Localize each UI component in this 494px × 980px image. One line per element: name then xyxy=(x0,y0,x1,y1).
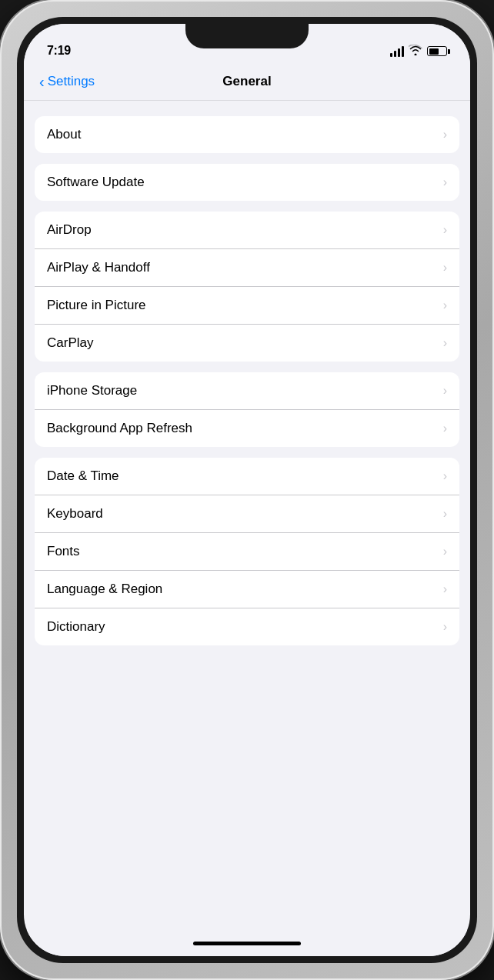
nav-bar: ‹ Settings General xyxy=(24,62,470,101)
date-time-label: Date & Time xyxy=(47,468,119,484)
date-time-item[interactable]: Date & Time › xyxy=(35,458,459,495)
status-time: 7:19 xyxy=(47,44,71,58)
phone-inner: 7:19 xyxy=(17,17,477,963)
background-app-refresh-item[interactable]: Background App Refresh › xyxy=(35,410,459,447)
about-label: About xyxy=(47,127,81,142)
phone-frame: 7:19 xyxy=(0,0,494,980)
fonts-chevron-icon: › xyxy=(443,545,447,558)
about-item[interactable]: About › xyxy=(35,116,459,153)
carplay-item[interactable]: CarPlay › xyxy=(35,325,459,362)
airdrop-item[interactable]: AirDrop › xyxy=(35,212,459,249)
airplay-handoff-chevron-icon: › xyxy=(443,261,447,275)
settings-scroll: About › Software Update › AirDrop › xyxy=(24,101,470,930)
settings-group-1: About › xyxy=(35,116,459,153)
home-bar xyxy=(193,942,301,945)
battery-fill xyxy=(429,48,439,55)
airdrop-chevron-icon: › xyxy=(443,223,447,237)
iphone-storage-label: iPhone Storage xyxy=(47,383,137,398)
fonts-label: Fonts xyxy=(47,544,80,559)
language-region-label: Language & Region xyxy=(47,582,162,597)
about-chevron-icon: › xyxy=(443,128,447,142)
airdrop-label: AirDrop xyxy=(47,222,92,238)
fonts-item[interactable]: Fonts › xyxy=(35,533,459,571)
settings-group-2: Software Update › xyxy=(35,164,459,201)
carplay-chevron-icon: › xyxy=(443,336,447,350)
keyboard-item[interactable]: Keyboard › xyxy=(35,495,459,533)
dictionary-chevron-icon: › xyxy=(443,620,447,634)
airplay-handoff-label: AirPlay & Handoff xyxy=(47,260,150,275)
screen: 7:19 xyxy=(24,24,470,956)
picture-in-picture-label: Picture in Picture xyxy=(47,298,146,313)
status-icons xyxy=(390,45,447,58)
battery-icon xyxy=(427,46,447,56)
settings-group-4: iPhone Storage › Background App Refresh … xyxy=(35,372,459,447)
keyboard-chevron-icon: › xyxy=(443,507,447,521)
iphone-storage-chevron-icon: › xyxy=(443,384,447,398)
software-update-item[interactable]: Software Update › xyxy=(35,164,459,201)
picture-in-picture-item[interactable]: Picture in Picture › xyxy=(35,287,459,325)
back-button[interactable]: ‹ Settings xyxy=(39,74,95,89)
settings-group-3: AirDrop › AirPlay & Handoff › Picture in… xyxy=(35,212,459,362)
home-indicator xyxy=(24,930,470,956)
page-title: General xyxy=(222,74,271,89)
signal-bars-icon xyxy=(390,46,404,57)
back-chevron-icon: ‹ xyxy=(39,74,45,89)
settings-group-5: Date & Time › Keyboard › Fonts › Languag… xyxy=(35,458,459,645)
dictionary-item[interactable]: Dictionary › xyxy=(35,608,459,645)
date-time-chevron-icon: › xyxy=(443,469,447,483)
status-bar: 7:19 xyxy=(24,24,470,62)
language-region-chevron-icon: › xyxy=(443,582,447,596)
wifi-icon xyxy=(409,45,422,58)
notch xyxy=(185,24,309,48)
airplay-handoff-item[interactable]: AirPlay & Handoff › xyxy=(35,249,459,287)
background-app-refresh-chevron-icon: › xyxy=(443,422,447,435)
carplay-label: CarPlay xyxy=(47,335,93,351)
language-region-item[interactable]: Language & Region › xyxy=(35,571,459,608)
iphone-storage-item[interactable]: iPhone Storage › xyxy=(35,372,459,410)
background-app-refresh-label: Background App Refresh xyxy=(47,421,192,436)
keyboard-label: Keyboard xyxy=(47,506,103,522)
picture-in-picture-chevron-icon: › xyxy=(443,298,447,312)
software-update-chevron-icon: › xyxy=(443,175,447,189)
software-update-label: Software Update xyxy=(47,175,145,190)
dictionary-label: Dictionary xyxy=(47,619,105,635)
back-label: Settings xyxy=(48,74,95,89)
